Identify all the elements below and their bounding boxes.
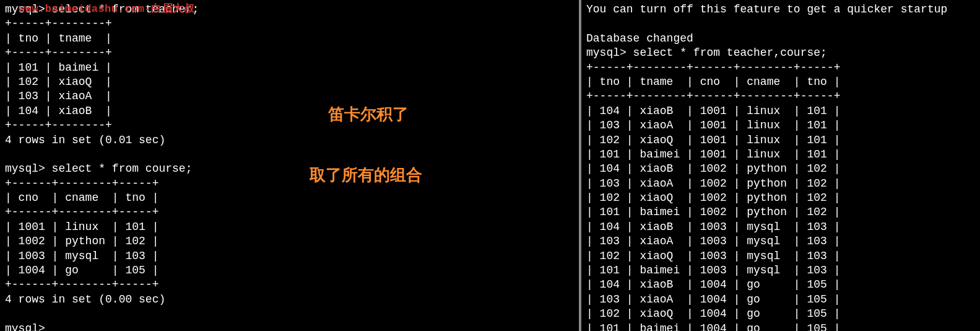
blank-line [586,17,975,31]
table-header: | tno | tname | [5,32,574,46]
table-border: +------+--------+-----+ [5,278,574,292]
watermark-text: www.baimeidashu.com-白眉大叔 [19,2,194,16]
table-row: | 103 | xiaoA | 1004 | go | 105 | [586,293,975,307]
sql-query: mysql> select * from course; [5,162,574,176]
right-terminal[interactable]: You can turn off this feature to get a q… [579,0,980,331]
table-row: | 102 | xiaoQ | [5,75,574,89]
left-terminal[interactable]: www.baimeidashu.com-白眉大叔 mysql> select *… [0,0,579,331]
table-row: | 1003 | mysql | 103 | [5,249,574,263]
table-border: +-----+--------+------+--------+-----+ [586,61,975,75]
result-summary: 4 rows in set (0.00 sec) [5,293,574,307]
info-message: You can turn off this feature to get a q… [586,2,975,17]
table-row: | 104 | xiaoB | 1004 | go | 105 | [586,278,975,292]
table-row: | 103 | xiaoA | 1003 | mysql | 103 | [586,234,975,249]
table-row: | 101 | baimei | 1002 | python | 102 | [586,205,975,219]
table-row: | 101 | baimei | 1004 | go | 105 | [586,322,975,331]
result-summary: 4 rows in set (0.01 sec) [5,133,574,148]
table-row: | 102 | xiaoQ | 1004 | go | 105 | [586,307,975,321]
table-row: | 103 | xiaoA | 1001 | linux | 101 | [586,118,975,133]
table-row: | 102 | xiaoQ | 1001 | linux | 101 | [586,133,975,148]
annotation-all-combinations: 取了所有的组合 [310,165,422,186]
table-row: | 104 | xiaoB | 1002 | python | 102 | [586,162,975,176]
table-row: | 104 | xiaoB | 1001 | linux | 101 | [586,104,975,118]
table-row: | 103 | xiaoA | 1002 | python | 102 | [586,177,975,191]
blank-line [5,148,574,162]
table-row: | 102 | xiaoQ | 1003 | mysql | 103 | [586,249,975,263]
table-row: | 101 | baimei | 1003 | mysql | 103 | [586,263,975,278]
database-changed: Database changed [586,32,975,46]
annotation-cartesian: 笛卡尔积了 [328,104,409,125]
table-border: +------+--------+-----+ [5,205,574,219]
table-row: | 101 | baimei | [5,61,574,75]
table-row: | 1004 | go | 105 | [5,263,574,278]
table-row: | 104 | xiaoB | 1003 | mysql | 103 | [586,220,975,234]
table-border: +-----+--------+ [5,118,574,133]
table-row: | 1002 | python | 102 | [5,234,574,249]
blank-line [5,307,574,321]
table-row: | 1001 | linux | 101 | [5,220,574,234]
table-border: +------+--------+-----+ [5,177,574,191]
sql-query: mysql> select * from teacher,course; [586,46,975,60]
table-row: | 101 | baimei | 1001 | linux | 101 | [586,148,975,162]
table-border: +-----+--------+ [5,17,574,31]
table-row: | 103 | xiaoA | [5,89,574,104]
table-border: +-----+--------+ [5,46,574,60]
table-border: +-----+--------+------+--------+-----+ [586,89,975,104]
table-header: | cno | cname | tno | [5,191,574,205]
table-header: | tno | tname | cno | cname | tno | [586,75,975,89]
table-row: | 102 | xiaoQ | 1002 | python | 102 | [586,191,975,205]
mysql-prompt[interactable]: mysql> [5,322,574,331]
table-row: | 104 | xiaoB | [5,104,574,118]
